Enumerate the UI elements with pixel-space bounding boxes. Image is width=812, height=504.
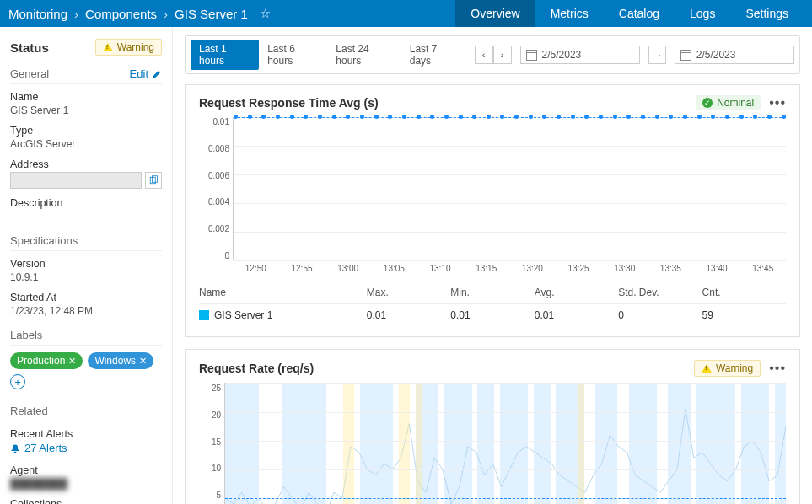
col-header: Max.: [367, 287, 450, 298]
version-label: Version: [10, 258, 162, 270]
nav-logs[interactable]: Logs: [675, 0, 730, 27]
time-range-tab[interactable]: Last 1 hours: [191, 40, 259, 70]
time-range-tabs: Last 1 hoursLast 6 hoursLast 24 hoursLas…: [191, 40, 466, 70]
warning-icon: [103, 43, 113, 51]
check-icon: ✓: [702, 98, 713, 108]
col-header: Cnt.: [702, 287, 786, 298]
nav-settings[interactable]: Settings: [730, 0, 804, 27]
date-from-input[interactable]: 2/5/2023: [520, 46, 640, 64]
calendar-icon: [526, 50, 537, 61]
y-axis: 0.010.0080.0060.0040.0020: [199, 117, 233, 260]
breadcrumb: Monitoring › Components › GIS Server 1 ☆: [8, 6, 271, 21]
chart-title: Request Response Time Avg (s): [199, 96, 379, 110]
col-header: Min.: [450, 287, 534, 298]
date-range-arrow[interactable]: →: [648, 46, 666, 64]
alerts-link[interactable]: 27 Alerts: [10, 442, 67, 454]
pencil-icon: [152, 69, 162, 79]
star-icon[interactable]: ☆: [260, 6, 271, 21]
stats-table: Name Max. Min. Avg. Std. Dev. Cnt. GIS S…: [199, 281, 786, 326]
chevron-right-icon: ›: [74, 7, 78, 21]
address-input[interactable]: [10, 172, 142, 189]
description-label: Description: [10, 197, 162, 209]
time-range-tab[interactable]: Last 7 days: [401, 40, 466, 70]
main-nav: OverviewMetricsCatalogLogsSettings: [455, 0, 804, 27]
label-chip[interactable]: Windows✕: [88, 352, 153, 369]
chart-plot: 2520151050: [199, 383, 786, 504]
time-range-tab[interactable]: Last 6 hours: [259, 40, 327, 70]
prev-button[interactable]: ‹: [475, 46, 493, 64]
next-button[interactable]: ›: [493, 46, 512, 64]
add-label-button[interactable]: +: [10, 374, 25, 389]
label-chip[interactable]: Production✕: [10, 352, 83, 369]
edit-button[interactable]: Edit: [130, 67, 162, 80]
status-badge: Warning: [694, 360, 761, 377]
chart-card-response-time: Request Response Time Avg (s) ✓Nominal •…: [185, 84, 800, 337]
alerts-label: Recent Alerts: [10, 428, 162, 440]
app-header: Monitoring › Components › GIS Server 1 ☆…: [0, 0, 812, 27]
series-color-icon: [199, 310, 209, 320]
col-header: Std. Dev.: [618, 287, 702, 298]
col-header: Avg.: [535, 287, 618, 298]
section-title: Specifications: [10, 234, 78, 247]
col-header: Name: [199, 287, 367, 298]
warning-icon: [702, 364, 712, 373]
x-axis: 12:5012:5513:0013:0513:1013:1513:2013:25…: [233, 264, 786, 273]
status-badge: ✓Nominal: [696, 95, 761, 110]
type-value: ArcGIS Server: [10, 138, 162, 150]
section-title: General: [10, 67, 49, 80]
remove-chip-icon[interactable]: ✕: [139, 356, 147, 367]
main-content: Last 1 hoursLast 6 hoursLast 24 hoursLas…: [173, 27, 812, 504]
collections-label: Collections: [10, 498, 162, 505]
nav-catalog[interactable]: Catalog: [604, 0, 675, 27]
nav-metrics[interactable]: Metrics: [535, 0, 604, 27]
chart-title: Request Rate (req/s): [199, 362, 314, 375]
sidebar: Status Warning General Edit NameGIS Serv…: [0, 27, 173, 504]
agent-value[interactable]: ████████: [10, 478, 162, 490]
started-value: 1/23/23, 12:48 PM: [10, 305, 162, 317]
address-label: Address: [10, 158, 162, 170]
started-label: Started At: [10, 292, 162, 303]
more-button[interactable]: •••: [769, 95, 786, 110]
nav-overview[interactable]: Overview: [455, 0, 535, 27]
name-value: GIS Server 1: [10, 105, 162, 116]
status-heading: Status: [10, 40, 49, 55]
agent-label: Agent: [10, 464, 162, 476]
remove-chip-icon[interactable]: ✕: [68, 356, 76, 367]
date-to-input[interactable]: 2/5/2023: [675, 46, 794, 64]
calendar-icon: [680, 50, 691, 61]
chart-card-request-rate: Request Rate (req/s) Warning ••• 2520151…: [185, 349, 800, 504]
time-range-tab[interactable]: Last 24 hours: [327, 40, 401, 70]
chart-plot: 0.010.0080.0060.0040.0020: [199, 117, 786, 260]
description-value: —: [10, 211, 162, 223]
time-toolbar: Last 1 hoursLast 6 hoursLast 24 hoursLas…: [185, 35, 800, 74]
section-title: Related: [10, 405, 48, 417]
copy-icon: [148, 175, 159, 185]
plot-area[interactable]: [233, 117, 786, 260]
type-label: Type: [10, 125, 162, 137]
breadcrumb-item[interactable]: Components: [85, 7, 157, 21]
bell-icon: [10, 443, 20, 453]
section-title: Labels: [10, 329, 42, 341]
breadcrumb-item[interactable]: Monitoring: [8, 7, 67, 21]
version-value: 10.9.1: [10, 271, 162, 283]
y-axis: 2520151050: [199, 383, 224, 504]
name-label: Name: [10, 91, 162, 103]
status-badge: Warning: [95, 39, 162, 56]
plot-area[interactable]: [224, 383, 786, 504]
chevron-right-icon: ›: [164, 7, 168, 21]
copy-button[interactable]: [145, 172, 162, 189]
more-button[interactable]: •••: [769, 361, 786, 376]
table-row: GIS Server 1 0.01 0.01 0.01 0 59: [199, 304, 786, 326]
breadcrumb-item[interactable]: GIS Server 1: [175, 7, 248, 21]
